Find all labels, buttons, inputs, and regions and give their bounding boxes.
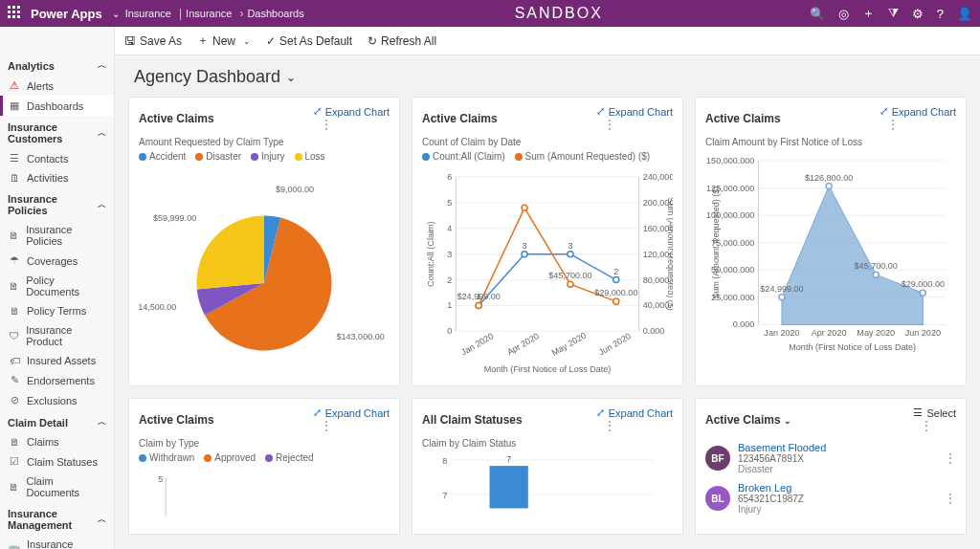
nav-icon: 🗎: [8, 305, 21, 317]
svg-text:3: 3: [447, 250, 452, 259]
nav-icon: 🗎: [8, 481, 20, 493]
svg-text:2: 2: [447, 275, 452, 285]
save-icon: 🖫: [124, 34, 136, 48]
chart-card-status: All Claim Statuses ⤢ Expand Chart⋮ Claim…: [412, 398, 683, 535]
svg-text:$24,999.00: $24,999.00: [457, 292, 501, 301]
sidebar-item[interactable]: 🗎Policy Documents: [0, 271, 114, 301]
sidebar-item-label: Exclusions: [27, 395, 78, 406]
chart-card-pie: Active Claims ⤢ Expand Chart⋮ Amount Req…: [128, 97, 400, 386]
list-item[interactable]: BFBasement Flooded123456A7891XDisaster⋮: [705, 438, 956, 478]
sidebar-item[interactable]: ☑Claim Statuses: [0, 451, 114, 472]
save-as-button[interactable]: 🖫Save As: [124, 34, 182, 48]
sidebar-item[interactable]: 🗎Policy Terms: [0, 301, 114, 320]
waffle-icon[interactable]: [8, 6, 23, 21]
svg-text:5: 5: [158, 474, 163, 484]
expand-chart-button[interactable]: ⤢ Expand Chart: [313, 406, 390, 419]
refresh-button[interactable]: ↻Refresh All: [368, 34, 436, 48]
nav-icon: ☂: [8, 254, 21, 267]
sidebar-item[interactable]: 🏢Insurance Compa...: [0, 535, 114, 549]
item-code: 123456A7891X: [738, 453, 929, 464]
svg-point-38: [568, 281, 573, 287]
task-icon[interactable]: ◎: [838, 7, 849, 21]
chevron-down-icon: ⌄: [286, 71, 296, 84]
sidebar-section[interactable]: Insurance Customers︿: [0, 116, 114, 148]
sidebar-item[interactable]: 🗎Insurance Policies: [0, 220, 114, 251]
card-title: Active Claims: [705, 112, 781, 125]
sidebar-item[interactable]: 🛡Insurance Product: [0, 320, 114, 351]
help-icon[interactable]: ?: [937, 7, 944, 21]
sidebar-item[interactable]: ☂Coverages: [0, 251, 114, 271]
crumb-area[interactable]: Insurance: [186, 8, 232, 19]
filter-icon[interactable]: ⧩: [888, 6, 899, 21]
sidebar-item[interactable]: 🏷Insured Assets: [0, 351, 114, 370]
user-icon[interactable]: 👤: [957, 7, 972, 21]
sidebar-item[interactable]: ▦Dashboards: [0, 96, 114, 116]
more-icon[interactable]: ⋮: [321, 118, 332, 131]
more-icon[interactable]: ⋮: [321, 419, 332, 432]
card-title[interactable]: Active Claims ⌄: [705, 413, 791, 427]
svg-rect-84: [490, 466, 528, 508]
sidebar-section[interactable]: Analytics︿: [0, 54, 114, 76]
expand-chart-button[interactable]: ⤢ Expand Chart: [313, 105, 390, 118]
svg-point-66: [826, 184, 832, 189]
more-icon[interactable]: ⋮: [945, 451, 956, 465]
crumb-app[interactable]: Insurance: [125, 8, 171, 19]
sidebar-item[interactable]: 🗎Claims: [0, 432, 114, 451]
sidebar-item[interactable]: ⊘Exclusions: [0, 390, 114, 410]
chevron-down-icon[interactable]: ⌄: [112, 9, 120, 19]
brand[interactable]: Power Apps: [31, 7, 102, 21]
set-default-button[interactable]: ✓Set As Default: [266, 34, 352, 48]
sidebar-item-label: Insurance Product: [26, 324, 106, 347]
more-icon[interactable]: ⋮: [945, 492, 956, 505]
more-icon[interactable]: ⋮: [604, 118, 615, 131]
more-icon[interactable]: ⋮: [604, 419, 615, 432]
svg-text:$59,999.00: $59,999.00: [153, 213, 196, 223]
nav-icon: 🛡: [8, 330, 20, 341]
sidebar-item[interactable]: ⚠Alerts: [0, 76, 114, 96]
nav-icon: ⚠: [8, 79, 21, 92]
card-title: Active Claims: [139, 413, 214, 427]
select-button[interactable]: ☰ Select: [913, 406, 956, 419]
sidebar-item-label: Insurance Compa...: [27, 538, 106, 549]
nav-icon: 🏷: [8, 355, 21, 366]
svg-point-33: [613, 277, 619, 283]
sidebar-section[interactable]: Claim Detail︿: [0, 410, 114, 432]
sidebar-section[interactable]: Insurance Policies︿: [0, 187, 114, 220]
expand-chart-button[interactable]: ⤢ Expand Chart: [880, 105, 956, 118]
add-icon[interactable]: ＋: [862, 5, 875, 22]
svg-text:0: 0: [447, 326, 452, 336]
crumb-page[interactable]: Dashboards: [247, 8, 303, 19]
svg-text:0.000: 0.000: [733, 319, 755, 329]
sidebar-section[interactable]: Insurance Management︿: [0, 502, 114, 535]
svg-text:5: 5: [447, 198, 452, 208]
sidebar-item-label: Claim Statuses: [27, 456, 98, 468]
nav-icon: 🗎: [8, 280, 20, 292]
nav-icon: ☑: [8, 455, 21, 468]
svg-text:$45,700.00: $45,700.00: [548, 271, 591, 280]
command-bar: 🖫Save As ＋New⌄ ✓Set As Default ↻Refresh …: [0, 27, 980, 55]
expand-chart-button[interactable]: ⤢ Expand Chart: [596, 105, 673, 118]
svg-point-31: [568, 252, 573, 257]
sidebar-item[interactable]: ✎Endorsements: [0, 370, 114, 390]
svg-text:Jun 2020: Jun 2020: [905, 328, 941, 338]
svg-text:6: 6: [447, 172, 452, 182]
search-icon[interactable]: 🔍: [810, 7, 825, 21]
svg-text:May 2020: May 2020: [550, 331, 588, 359]
expand-chart-button[interactable]: ⤢ Expand Chart: [596, 406, 673, 419]
svg-text:May 2020: May 2020: [857, 328, 895, 338]
svg-text:8: 8: [442, 456, 447, 466]
new-button[interactable]: ＋New⌄: [197, 33, 251, 49]
nav-icon: ✎: [8, 374, 21, 386]
sidebar-item[interactable]: 🗎Claim Documents: [0, 472, 114, 502]
page-title[interactable]: Agency Dashboard ⌄: [128, 65, 967, 97]
more-icon[interactable]: ⋮: [921, 419, 932, 432]
gear-icon[interactable]: ⚙: [912, 7, 924, 21]
svg-text:Apr 2020: Apr 2020: [812, 328, 847, 338]
sidebar-item-label: Policy Terms: [27, 305, 86, 317]
card-title: Active Claims: [422, 112, 498, 125]
sidebar-item[interactable]: 🗓Activities: [0, 168, 114, 187]
list-item[interactable]: BLBroken Leg654321C1987ZInjury⋮: [705, 478, 956, 518]
sidebar-item[interactable]: ☰Contacts: [0, 148, 114, 168]
more-icon[interactable]: ⋮: [887, 118, 899, 131]
chart-card-type: Active Claims ⤢ Expand Chart⋮ Claim by T…: [128, 398, 400, 535]
